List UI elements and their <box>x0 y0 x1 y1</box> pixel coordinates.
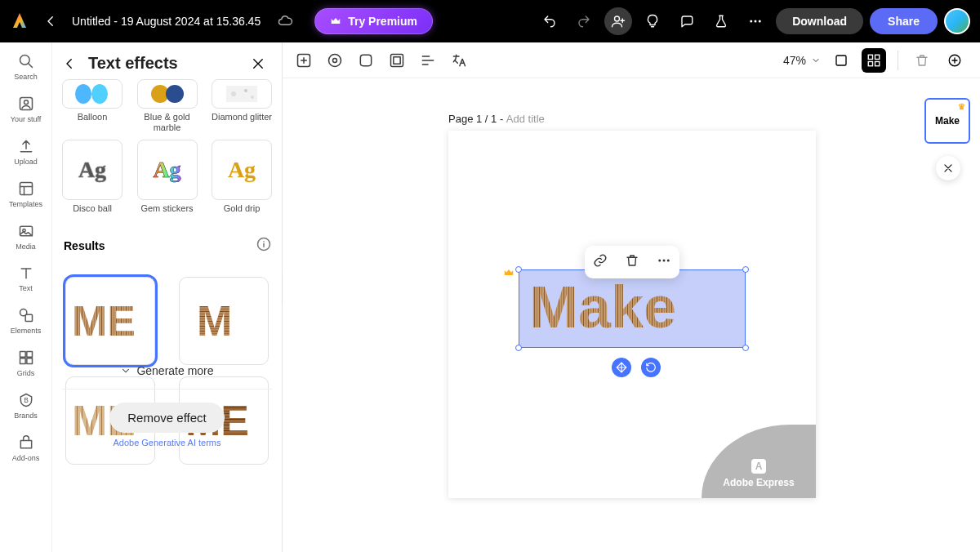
back-button[interactable] <box>38 8 64 34</box>
generate-more-button[interactable]: Generate more <box>62 353 272 390</box>
rail-your-stuff[interactable]: Your stuff <box>11 93 42 124</box>
rail-brands[interactable]: BBrands <box>14 390 38 421</box>
header-right: Download Share <box>536 7 970 35</box>
panel-close-icon[interactable] <box>251 56 265 71</box>
svg-rect-14 <box>20 358 25 364</box>
view-single-button[interactable] <box>829 48 853 73</box>
effect-gold-drip[interactable]: Ag <box>212 140 272 200</box>
more-options-button[interactable] <box>657 253 671 271</box>
svg-rect-48 <box>868 55 872 59</box>
delete-page-button[interactable] <box>910 48 934 73</box>
resize-handle-br[interactable] <box>742 345 749 351</box>
effect-label: Gold drip <box>224 203 261 225</box>
svg-rect-46 <box>394 56 400 63</box>
svg-text:B: B <box>24 396 29 404</box>
rail-label: Text <box>19 285 33 293</box>
add-page-button[interactable] <box>942 48 967 73</box>
link-button[interactable] <box>593 253 608 271</box>
svg-point-3 <box>759 20 761 23</box>
invite-button[interactable] <box>604 7 632 35</box>
add-element-button[interactable] <box>296 52 312 69</box>
delete-button[interactable] <box>625 253 639 271</box>
result-thumb-2[interactable]: M <box>179 277 269 365</box>
rail-label: Media <box>16 243 36 252</box>
page-indicator: Page 1 / 1 - <box>448 113 506 125</box>
svg-rect-49 <box>875 55 880 59</box>
adobe-a-icon: A <box>751 459 766 474</box>
effect-balloon[interactable] <box>62 79 122 109</box>
redo-button[interactable] <box>570 7 598 35</box>
try-premium-button[interactable]: Try Premium <box>314 8 433 34</box>
effect-disco-ball[interactable]: Ag <box>62 140 122 200</box>
effect-diamond-glitter[interactable] <box>212 79 272 109</box>
effect-label: Blue & gold marble <box>137 112 198 133</box>
undo-button[interactable] <box>536 7 564 35</box>
svg-rect-51 <box>875 61 880 65</box>
shape-button[interactable] <box>358 52 374 69</box>
effect-label: Diamond glitter <box>212 112 272 133</box>
adobe-logo <box>10 11 29 31</box>
cloud-sync-icon[interactable] <box>272 8 298 34</box>
info-icon[interactable] <box>256 236 272 256</box>
rail-addons[interactable]: Add-ons <box>12 432 40 463</box>
share-button[interactable]: Share <box>870 8 938 34</box>
more-menu-button[interactable] <box>742 7 769 35</box>
crown-icon: ♛ <box>958 102 965 111</box>
floating-action-bar <box>585 246 679 278</box>
resize-handle-tr[interactable] <box>742 266 749 273</box>
brands-icon: B <box>16 390 37 411</box>
svg-point-43 <box>333 58 337 62</box>
try-premium-label: Try Premium <box>348 15 417 28</box>
svg-rect-7 <box>20 182 32 194</box>
canvas-text-content: Make <box>529 274 676 340</box>
rail-upload[interactable]: Upload <box>14 136 38 167</box>
rail-elements[interactable]: Elements <box>11 305 42 336</box>
rail-media[interactable]: Media <box>16 220 37 252</box>
translate-button[interactable] <box>451 52 467 69</box>
svg-point-2 <box>755 20 757 23</box>
crop-button[interactable] <box>389 52 405 69</box>
canvas-stage[interactable]: Page 1 / 1 - Add title Make A Adobe Expr… <box>283 78 980 552</box>
rotate-button[interactable] <box>641 358 661 377</box>
close-thumbnail-button[interactable] <box>936 156 960 180</box>
effects-button[interactable] <box>327 52 343 69</box>
user-avatar[interactable] <box>944 8 970 34</box>
canvas-page[interactable]: Make A Adobe Express <box>448 131 816 498</box>
canvas-text-element[interactable]: Make <box>519 270 746 349</box>
results-title: Results <box>64 239 105 252</box>
download-button[interactable]: Download <box>776 8 863 34</box>
align-button[interactable] <box>420 52 436 69</box>
rail-text[interactable]: Text <box>16 262 37 293</box>
view-grid-button[interactable] <box>862 48 886 73</box>
resize-handle-tl[interactable] <box>515 266 522 273</box>
svg-rect-13 <box>26 352 32 358</box>
resize-handle-bl[interactable] <box>515 345 522 351</box>
remove-effect-button[interactable]: Remove effect <box>109 403 224 433</box>
crown-icon <box>330 16 341 27</box>
rail-label: Elements <box>11 327 42 336</box>
svg-point-42 <box>329 54 341 66</box>
rail-grids[interactable]: Grids <box>16 347 37 378</box>
rail-label: Your stuff <box>11 116 42 124</box>
ai-terms-link[interactable]: Adobe Generative AI terms <box>62 438 272 447</box>
generate-more-label: Generate more <box>136 364 213 377</box>
rail-label: Upload <box>14 158 38 167</box>
comment-button[interactable] <box>673 7 701 35</box>
page-thumbnail[interactable]: ♛ Make <box>924 98 970 144</box>
help-button[interactable] <box>639 7 666 35</box>
svg-point-20 <box>166 85 184 103</box>
svg-point-55 <box>666 260 669 262</box>
result-thumb-1[interactable]: ME <box>65 277 155 365</box>
beaker-button[interactable] <box>707 7 735 35</box>
rail-templates[interactable]: Templates <box>9 178 42 209</box>
page-label[interactable]: Page 1 / 1 - Add title <box>448 113 545 125</box>
effect-gem-stickers[interactable]: Ag <box>137 140 198 200</box>
rail-search[interactable]: Search <box>14 51 38 82</box>
panel-back-icon[interactable] <box>62 56 77 71</box>
selection-box[interactable]: Make <box>519 269 746 348</box>
zoom-control[interactable]: 47% <box>783 54 821 67</box>
rail-label: Templates <box>9 201 42 209</box>
document-title[interactable]: Untitled - 19 August 2024 at 15.36.45 <box>72 15 261 28</box>
move-button[interactable] <box>612 358 631 377</box>
effect-blue-gold-marble[interactable] <box>137 79 198 109</box>
